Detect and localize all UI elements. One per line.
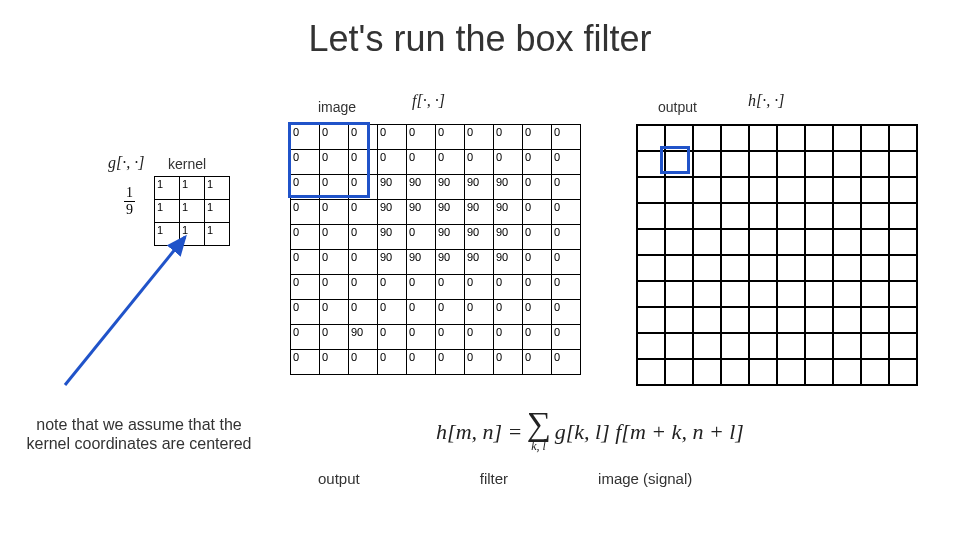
kernel-label: kernel xyxy=(168,156,206,172)
output-cell xyxy=(721,151,749,177)
output-cell xyxy=(833,125,861,151)
output-cell xyxy=(637,229,665,255)
output-cell xyxy=(889,307,917,333)
image-cell: 0 xyxy=(320,300,349,325)
image-cell: 0 xyxy=(436,125,465,150)
image-cell: 90 xyxy=(378,200,407,225)
output-cell xyxy=(665,229,693,255)
kernel-grid: 111111111 xyxy=(154,176,230,246)
svg-line-0 xyxy=(65,237,185,385)
image-cell: 0 xyxy=(552,300,581,325)
output-cell xyxy=(749,333,777,359)
image-cell: 0 xyxy=(552,350,581,375)
kernel-cell: 1 xyxy=(155,200,180,223)
output-cell xyxy=(749,255,777,281)
image-cell: 0 xyxy=(552,275,581,300)
kernel-cell: 1 xyxy=(180,177,205,200)
output-cell-highlight xyxy=(660,146,690,174)
image-cell: 90 xyxy=(378,225,407,250)
image-cell: 0 xyxy=(407,325,436,350)
output-cell xyxy=(833,229,861,255)
formula-labels: output filter image (signal) xyxy=(300,470,860,487)
output-cell xyxy=(861,125,889,151)
image-cell: 0 xyxy=(291,300,320,325)
output-cell xyxy=(833,177,861,203)
image-cell: 0 xyxy=(494,150,523,175)
kernel-note: note that we assume that the kernel coor… xyxy=(24,415,254,453)
image-cell: 0 xyxy=(349,200,378,225)
output-cell xyxy=(833,281,861,307)
image-cell: 0 xyxy=(378,325,407,350)
output-cell xyxy=(749,203,777,229)
output-cell xyxy=(777,307,805,333)
image-cell: 0 xyxy=(291,200,320,225)
image-cell: 0 xyxy=(436,350,465,375)
output-cell xyxy=(861,307,889,333)
output-cell xyxy=(833,151,861,177)
output-cell xyxy=(721,229,749,255)
output-cell xyxy=(665,307,693,333)
image-cell: 90 xyxy=(494,225,523,250)
output-cell xyxy=(889,281,917,307)
output-cell xyxy=(665,281,693,307)
kernel-cell: 1 xyxy=(205,223,230,246)
output-cell xyxy=(861,151,889,177)
output-cell xyxy=(805,151,833,177)
image-cell: 90 xyxy=(378,250,407,275)
output-cell xyxy=(665,359,693,385)
image-cell: 0 xyxy=(349,350,378,375)
image-cell: 0 xyxy=(552,250,581,275)
image-cell: 90 xyxy=(436,225,465,250)
formula-rhs: g[k, l] f[m + k, n + l] xyxy=(555,419,744,445)
output-cell xyxy=(777,177,805,203)
output-cell xyxy=(637,307,665,333)
output-cell xyxy=(889,177,917,203)
image-cell: 0 xyxy=(523,250,552,275)
output-cell xyxy=(861,229,889,255)
output-cell xyxy=(777,203,805,229)
image-cell: 0 xyxy=(407,150,436,175)
image-cell: 90 xyxy=(465,200,494,225)
output-cell xyxy=(721,359,749,385)
output-cell xyxy=(665,177,693,203)
image-cell: 0 xyxy=(523,325,552,350)
image-cell: 0 xyxy=(320,325,349,350)
image-cell: 90 xyxy=(407,175,436,200)
kernel-fraction: 1 9 xyxy=(124,185,135,218)
math-f: f[·, ·] xyxy=(412,92,445,110)
output-cell xyxy=(693,177,721,203)
output-cell xyxy=(693,151,721,177)
output-cell xyxy=(693,281,721,307)
image-cell: 0 xyxy=(407,125,436,150)
output-cell xyxy=(693,333,721,359)
image-cell: 0 xyxy=(349,300,378,325)
output-cell xyxy=(833,333,861,359)
image-cell: 0 xyxy=(320,225,349,250)
kernel-cell: 1 xyxy=(205,177,230,200)
output-cell xyxy=(777,229,805,255)
output-cell xyxy=(777,281,805,307)
output-cell xyxy=(777,333,805,359)
image-cell: 90 xyxy=(465,250,494,275)
output-cell xyxy=(861,203,889,229)
fraction-denominator: 9 xyxy=(124,202,135,218)
image-cell: 0 xyxy=(494,300,523,325)
output-cell xyxy=(721,307,749,333)
image-cell: 0 xyxy=(436,275,465,300)
formula-label-output: output xyxy=(318,470,360,487)
output-cell xyxy=(665,203,693,229)
output-cell xyxy=(889,333,917,359)
image-cell: 0 xyxy=(552,325,581,350)
image-cell: 0 xyxy=(465,325,494,350)
image-cell: 0 xyxy=(552,125,581,150)
output-cell xyxy=(833,307,861,333)
image-cell: 0 xyxy=(494,325,523,350)
output-cell xyxy=(833,203,861,229)
output-cell xyxy=(777,125,805,151)
image-cell: 90 xyxy=(465,225,494,250)
output-cell xyxy=(721,203,749,229)
image-cell: 0 xyxy=(349,250,378,275)
output-label: output xyxy=(658,99,697,115)
output-cell xyxy=(777,151,805,177)
image-cell: 0 xyxy=(291,325,320,350)
